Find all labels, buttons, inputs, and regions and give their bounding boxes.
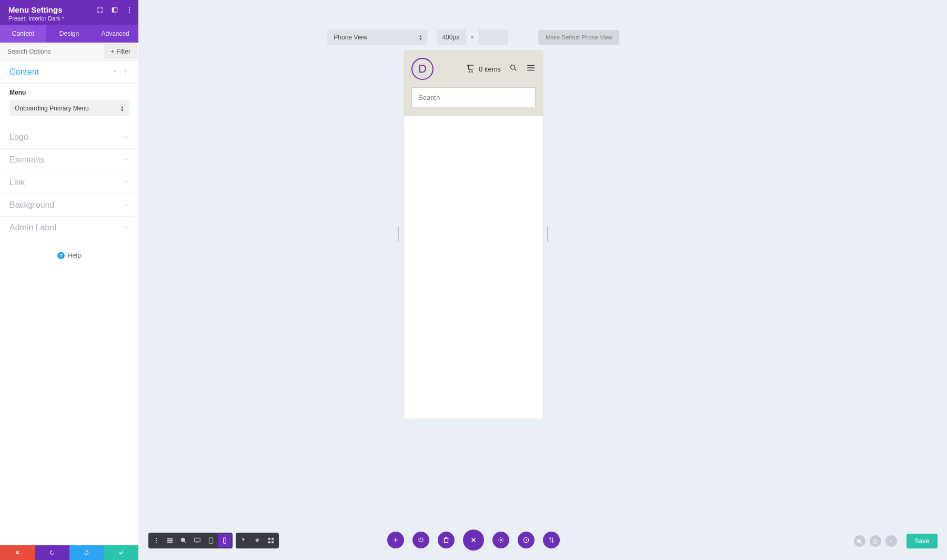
svg-rect-17 [167, 542, 173, 543]
sidebar-footer [0, 545, 138, 560]
svg-rect-16 [167, 540, 173, 541]
help-link[interactable]: ? Help [57, 252, 81, 259]
svg-point-29 [858, 539, 861, 542]
resize-handle-left[interactable] [397, 227, 400, 242]
close-builder-button[interactable] [463, 530, 484, 551]
svg-point-5 [125, 69, 126, 70]
section-background-title: Background [9, 200, 54, 210]
section-link[interactable]: Link [0, 171, 138, 194]
tab-advanced[interactable]: Advanced [92, 25, 138, 43]
logo-letter: D [418, 62, 427, 76]
section-background[interactable]: Background [0, 194, 138, 217]
toolbar-group-1 [148, 533, 233, 548]
settings-tabs: Content Design Advanced [0, 25, 138, 43]
more-icon[interactable] [126, 6, 133, 14]
wireframe-view-button[interactable] [163, 534, 177, 547]
delete-button[interactable] [438, 532, 455, 548]
tablet-view-button[interactable] [204, 534, 218, 547]
settings-sidebar: Menu Settings Preset: Interior Dark * Co… [0, 0, 138, 560]
tab-content[interactable]: Content [0, 25, 46, 43]
height-input[interactable] [478, 29, 508, 45]
search-row: + Filter [0, 43, 138, 61]
viewport-controls: Phone View ▴▾ × Make Default Phone View [327, 29, 619, 45]
svg-rect-25 [268, 541, 270, 543]
svg-text:?: ? [890, 539, 892, 543]
select-chevron-icon: ▴▾ [121, 105, 124, 111]
view-mode-select[interactable]: Phone View ▴▾ [327, 29, 427, 45]
dock-icon[interactable] [111, 6, 118, 14]
phone-search-input[interactable] [418, 94, 529, 101]
undo-button[interactable] [35, 545, 69, 560]
search-options-input[interactable] [0, 43, 103, 60]
settings-button[interactable] [492, 532, 509, 548]
sidebar-header: Menu Settings Preset: Interior Dark * [0, 0, 138, 25]
site-logo[interactable]: D [411, 58, 434, 80]
hover-mode-button[interactable] [250, 534, 264, 547]
cancel-button[interactable] [0, 545, 35, 560]
filter-label: Filter [116, 48, 130, 55]
svg-point-12 [156, 538, 157, 539]
zoom-button[interactable] [177, 534, 190, 547]
page-actions [387, 530, 560, 551]
history-button[interactable] [518, 532, 535, 548]
toolbar-menu-button[interactable] [149, 534, 163, 547]
filter-button[interactable]: + Filter [104, 44, 137, 59]
chevron-down-icon [123, 223, 129, 232]
width-input[interactable] [437, 29, 466, 45]
svg-point-8 [511, 65, 515, 69]
svg-rect-20 [196, 543, 198, 543]
search-icon[interactable] [509, 64, 518, 74]
br-search-button[interactable] [854, 535, 865, 547]
br-help-button[interactable]: ? [885, 535, 897, 547]
cart-icon [466, 64, 475, 74]
menu-select[interactable]: Onboarding Primary Menu ▴▾ [9, 100, 129, 116]
section-admin-label[interactable]: Admin Label [0, 217, 138, 239]
make-default-button[interactable]: Make Default Phone View [538, 30, 619, 45]
section-content[interactable]: Content [0, 61, 138, 84]
click-mode-button[interactable] [237, 534, 250, 547]
hamburger-icon[interactable] [526, 63, 536, 75]
expand-icon[interactable] [96, 6, 104, 14]
br-settings-button[interactable] [870, 535, 881, 547]
svg-point-13 [156, 540, 157, 541]
svg-point-7 [125, 73, 126, 74]
phone-search-box[interactable] [411, 87, 536, 107]
dimension-separator: × [466, 34, 478, 41]
section-link-title: Link [9, 178, 25, 187]
select-chevron-icon: ▴▾ [419, 34, 422, 40]
plus-icon: + [110, 48, 114, 55]
tab-design[interactable]: Design [46, 25, 93, 43]
phone-view-button[interactable] [218, 534, 231, 547]
cart-link[interactable]: 0 items [466, 64, 501, 74]
section-logo[interactable]: Logo [0, 126, 138, 149]
svg-rect-9 [527, 65, 535, 66]
section-elements-title: Elements [9, 155, 45, 165]
resize-handle-right[interactable] [547, 227, 550, 242]
section-elements[interactable]: Elements [0, 149, 138, 171]
chevron-down-icon [123, 133, 129, 142]
svg-rect-19 [195, 538, 200, 542]
svg-rect-26 [271, 541, 274, 543]
svg-point-4 [129, 12, 130, 13]
view-mode-value: Phone View [334, 34, 367, 41]
toolbar-group-2 [236, 533, 279, 548]
chevron-up-icon [112, 67, 118, 77]
sort-button[interactable] [543, 532, 560, 548]
dimension-inputs: × [437, 29, 508, 45]
section-more-icon[interactable] [123, 67, 129, 77]
add-button[interactable] [387, 532, 404, 548]
svg-point-14 [156, 542, 157, 543]
redo-button[interactable] [69, 545, 104, 560]
svg-rect-1 [112, 8, 114, 12]
preset-label[interactable]: Preset: Interior Dark * [8, 15, 130, 22]
cart-text: 0 items [479, 65, 501, 73]
svg-rect-21 [209, 538, 213, 544]
power-button[interactable] [412, 532, 429, 548]
desktop-view-button[interactable] [190, 534, 204, 547]
svg-point-18 [181, 538, 185, 542]
grid-mode-button[interactable] [264, 534, 278, 547]
save-button[interactable]: Save [906, 534, 938, 548]
confirm-button[interactable] [104, 545, 138, 560]
svg-rect-11 [527, 70, 535, 71]
svg-rect-15 [167, 538, 173, 539]
